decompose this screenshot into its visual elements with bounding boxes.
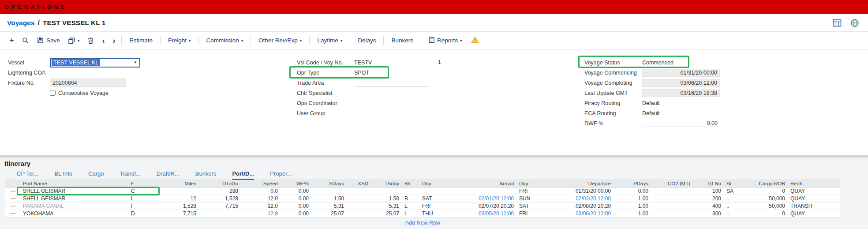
- cell-status[interactable]: SA: [724, 188, 744, 194]
- cell-arrival-link[interactable]: 02/01/20 12:00: [444, 195, 516, 202]
- menu-estimate[interactable]: Estimate: [124, 35, 158, 45]
- tab-transfers[interactable]: Transf...: [120, 170, 141, 180]
- piracy-routing-value[interactable]: Default: [642, 100, 660, 106]
- cell-berth[interactable]: QUAY: [788, 210, 836, 217]
- cell-departure[interactable]: 01/31/20 00:00: [541, 188, 614, 194]
- cell-sdays[interactable]: 1.50: [311, 195, 347, 202]
- validation-warning-button[interactable]: [468, 34, 483, 46]
- cell-departure-day[interactable]: FRI: [516, 210, 541, 217]
- tab-cargo[interactable]: Cargo: [88, 170, 104, 180]
- cell-dtogo[interactable]: 288: [199, 188, 241, 194]
- cell-port-name[interactable]: SHELL GEISMAR: [20, 195, 128, 202]
- menu-other-rev-exp[interactable]: Other Rev/Exp▾: [253, 35, 307, 45]
- dwf-field[interactable]: 0.00: [642, 120, 720, 127]
- cell-cargo-rob[interactable]: 0: [744, 210, 788, 217]
- cell-function[interactable]: C: [128, 188, 153, 194]
- breadcrumb-voyages-link[interactable]: Voyages: [7, 19, 35, 27]
- ops-coordinator-field[interactable]: [354, 99, 429, 107]
- cell-id-no[interactable]: 200: [693, 195, 724, 202]
- trade-area-field[interactable]: [354, 79, 429, 86]
- prev-record-button[interactable]: ‹: [98, 35, 108, 46]
- menu-commission[interactable]: Commission▾: [201, 35, 249, 45]
- cell-bl[interactable]: B: [402, 195, 419, 202]
- user-group-field[interactable]: [354, 109, 429, 117]
- cell-pdays[interactable]: 1.00: [614, 195, 651, 202]
- menu-reports[interactable]: Reports▾: [423, 35, 468, 46]
- cell-cargo-rob[interactable]: 50,000: [744, 195, 788, 202]
- tab-cp-terms[interactable]: CP Ter...: [17, 170, 38, 180]
- cell-arrival-day[interactable]: THU: [419, 210, 444, 217]
- cell-id-no[interactable]: 400: [693, 203, 724, 209]
- cell-tsday[interactable]: 25.07: [371, 210, 402, 217]
- row-menu-button[interactable]: ⋯: [5, 210, 20, 217]
- cell-sdays[interactable]: 25.07: [311, 210, 347, 217]
- cell-pdays[interactable]: 0.00: [614, 188, 651, 194]
- tab-bl-info[interactable]: BL Info: [54, 170, 72, 180]
- chtr-specialist-field[interactable]: [354, 89, 429, 97]
- cell-arrival-day[interactable]: SAT: [419, 195, 444, 202]
- cell-departure-day[interactable]: FRI: [516, 188, 541, 194]
- menu-delays[interactable]: Delays: [352, 35, 381, 45]
- cell-wf-pct[interactable]: 0.00: [281, 203, 311, 209]
- cell-bl[interactable]: L: [402, 203, 419, 209]
- row-menu-button[interactable]: ⋯: [5, 203, 20, 209]
- cell-port-name[interactable]: PANAMA CANAL: [20, 203, 128, 209]
- next-record-button[interactable]: ›: [108, 35, 119, 46]
- tab-port-dates[interactable]: Port/D...: [232, 170, 254, 180]
- cell-speed[interactable]: 12.0: [241, 195, 281, 202]
- tab-draft-restrictions[interactable]: Draft/R...: [157, 170, 180, 180]
- opr-type-value[interactable]: SPOT: [354, 70, 369, 76]
- cell-speed[interactable]: 0.0: [241, 188, 281, 194]
- cell-port-name[interactable]: SHELL GEISMAR: [20, 188, 128, 194]
- cell-departure-link[interactable]: 02/02/20 12:00: [541, 195, 614, 202]
- search-button[interactable]: [18, 35, 33, 46]
- cell-status[interactable]: ..: [724, 203, 744, 209]
- cell-status[interactable]: ..: [724, 210, 744, 217]
- cell-arrival[interactable]: 02/07/20 20:20: [444, 203, 516, 209]
- cell-departure-link[interactable]: 03/06/20 12:00: [541, 210, 614, 217]
- cell-berth[interactable]: TRANSIT: [788, 203, 836, 209]
- eca-routing-value[interactable]: Default: [642, 110, 660, 116]
- cell-departure-day[interactable]: SUN: [516, 195, 541, 202]
- tab-properties[interactable]: Proper...: [270, 170, 292, 180]
- cell-bl[interactable]: L: [402, 210, 419, 217]
- cell-tsday[interactable]: 5.31: [371, 203, 402, 209]
- cell-miles[interactable]: 1,528: [153, 203, 199, 209]
- save-button[interactable]: Save: [33, 35, 64, 45]
- globe-icon[interactable]: [850, 19, 859, 27]
- cell-speed-link[interactable]: 12.8: [241, 210, 281, 217]
- tab-bunkers[interactable]: Bunkers: [195, 170, 217, 180]
- cell-arrival-day[interactable]: FRI: [419, 203, 444, 209]
- cell-berth[interactable]: QUAY: [788, 195, 836, 202]
- cell-miles[interactable]: 7,715: [153, 210, 199, 217]
- cell-cargo-rob[interactable]: 50,000: [744, 203, 788, 209]
- grid-view-icon[interactable]: [833, 19, 842, 27]
- delete-button[interactable]: [83, 35, 98, 46]
- cell-function[interactable]: I: [128, 203, 153, 209]
- cell-id-no[interactable]: 100: [693, 188, 724, 194]
- menu-bunkers[interactable]: Bunkers: [386, 35, 419, 45]
- cell-id-no[interactable]: 300: [693, 210, 724, 217]
- cell-function[interactable]: L: [128, 195, 153, 202]
- fixture-no-field[interactable]: [50, 79, 126, 87]
- cell-pdays[interactable]: 1.00: [614, 203, 651, 209]
- cell-departure[interactable]: 02/08/20 20:20: [541, 203, 614, 209]
- cell-miles[interactable]: 12: [153, 195, 199, 202]
- cell-wf-pct[interactable]: 0.00: [281, 210, 311, 217]
- menu-freight[interactable]: Freight▾: [163, 35, 196, 45]
- cell-speed[interactable]: 12.0: [241, 203, 281, 209]
- cell-dtogo[interactable]: 1,528: [199, 195, 241, 202]
- cell-wf-pct[interactable]: 0.00: [281, 188, 311, 194]
- cell-status[interactable]: ..: [724, 195, 744, 202]
- menu-laytime[interactable]: Laytime▾: [312, 35, 348, 45]
- cell-function[interactable]: D: [128, 210, 153, 217]
- add-button[interactable]: +: [5, 35, 18, 46]
- row-menu-button[interactable]: ⋯: [5, 188, 20, 194]
- cell-cargo-rob[interactable]: 0: [744, 188, 788, 194]
- cell-wf-pct[interactable]: 0.00: [281, 195, 311, 202]
- cell-berth[interactable]: QUAY: [788, 188, 836, 194]
- row-menu-button[interactable]: ⋯: [5, 195, 20, 202]
- add-new-row-link[interactable]: Add New Row: [405, 220, 440, 226]
- cell-tsday[interactable]: 1.50: [371, 195, 402, 202]
- cell-port-name[interactable]: YOKOHAMA: [20, 210, 128, 217]
